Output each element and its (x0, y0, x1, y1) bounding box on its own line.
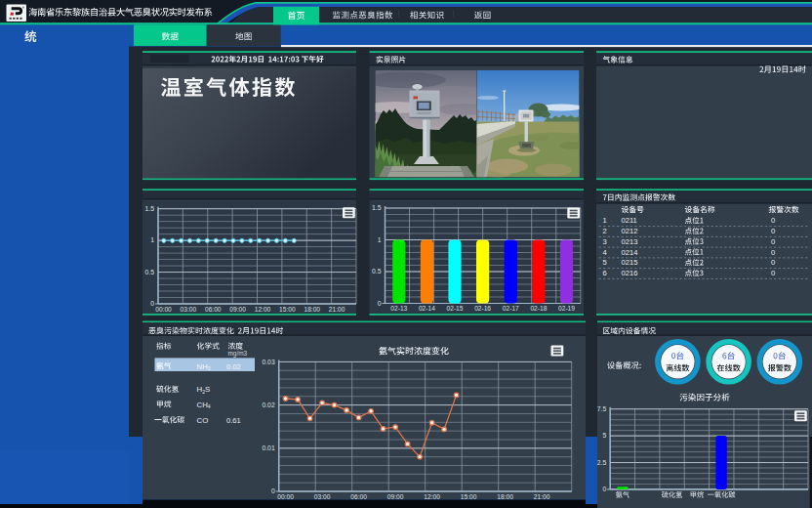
svg-text:0.03: 0.03 (262, 359, 274, 365)
svg-text:06:00: 06:00 (205, 306, 222, 313)
svg-text:0.02: 0.02 (226, 362, 241, 371)
svg-text:1: 1 (150, 236, 154, 243)
svg-text:18:00: 18:00 (497, 493, 513, 500)
svg-text:00:00: 00:00 (155, 306, 172, 313)
svg-text:0: 0 (771, 248, 775, 257)
svg-text:12:00: 12:00 (424, 493, 440, 500)
svg-text:02-18: 02-18 (530, 305, 547, 312)
svg-text:0.5: 0.5 (372, 268, 382, 275)
svg-text:0213: 0213 (622, 237, 638, 246)
svg-text:1.5: 1.5 (372, 204, 382, 211)
svg-text:3: 3 (602, 237, 606, 246)
svg-text:12:00: 12:00 (255, 306, 271, 313)
svg-text:15:00: 15:00 (279, 306, 296, 313)
svg-text:00:00: 00:00 (277, 493, 294, 500)
svg-text:0: 0 (271, 487, 275, 494)
svg-text:5: 5 (602, 432, 606, 439)
svg-text:02-13: 02-13 (390, 305, 407, 312)
svg-text:0: 0 (771, 237, 775, 246)
svg-text:03:00: 03:00 (314, 493, 331, 500)
svg-text:0212: 0212 (622, 227, 638, 235)
svg-text:21:00: 21:00 (329, 306, 345, 313)
svg-text:15:00: 15:00 (461, 493, 477, 500)
svg-text:0211: 0211 (622, 216, 637, 225)
svg-text:0: 0 (771, 258, 775, 267)
svg-text:18:00: 18:00 (304, 306, 320, 313)
svg-text:02-15: 02-15 (447, 305, 464, 312)
svg-text:7.5: 7.5 (597, 405, 607, 412)
svg-text:0.61: 0.61 (226, 416, 241, 425)
svg-text:0.01: 0.01 (262, 444, 274, 451)
svg-text:1: 1 (378, 236, 382, 243)
svg-text:02-14: 02-14 (419, 305, 435, 312)
svg-text:2.5: 2.5 (597, 459, 607, 466)
svg-text:5: 5 (602, 258, 606, 267)
svg-text:4: 4 (602, 248, 606, 257)
svg-text:02-17: 02-17 (503, 305, 519, 312)
svg-text:0: 0 (771, 216, 775, 225)
svg-text:0: 0 (378, 300, 382, 307)
svg-text:09:00: 09:00 (229, 306, 246, 313)
svg-text:0: 0 (150, 300, 154, 307)
svg-text:0216: 0216 (622, 269, 638, 277)
svg-text:1: 1 (602, 216, 606, 225)
svg-text:09:00: 09:00 (387, 493, 404, 500)
svg-text:21:00: 21:00 (534, 493, 550, 500)
svg-text:0.5: 0.5 (145, 269, 155, 275)
svg-text:2: 2 (602, 227, 606, 235)
svg-text:CO: CO (197, 416, 209, 425)
svg-text:0: 0 (602, 486, 606, 492)
svg-text:1.5: 1.5 (145, 205, 155, 212)
svg-text:02-19: 02-19 (558, 305, 575, 312)
svg-text:6: 6 (602, 269, 606, 277)
svg-text:mg/m3: mg/m3 (228, 350, 248, 358)
svg-text:02-16: 02-16 (474, 305, 491, 312)
svg-text:0.02: 0.02 (262, 402, 274, 408)
svg-text:0215: 0215 (622, 258, 638, 267)
svg-text:06:00: 06:00 (350, 493, 367, 500)
svg-text:0: 0 (771, 227, 775, 235)
svg-text:03:00: 03:00 (181, 306, 197, 313)
svg-text:0214: 0214 (622, 248, 638, 257)
svg-text:0: 0 (771, 269, 775, 277)
